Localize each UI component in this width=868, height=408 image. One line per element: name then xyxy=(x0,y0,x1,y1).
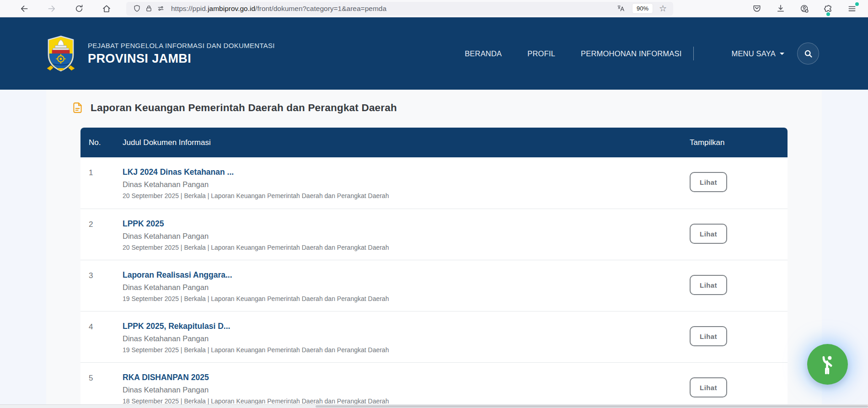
nav-item-menu-saya[interactable]: MENU SAYA xyxy=(731,49,784,58)
page-title-row: Laporan Keuangan Pemerintah Daerah dan P… xyxy=(71,90,822,114)
pocket-button[interactable] xyxy=(749,2,765,16)
search-icon xyxy=(804,49,813,59)
document-meta: 18 September 2025 | Berkala | Laporan Ke… xyxy=(123,397,681,405)
permissions-icon[interactable] xyxy=(155,3,166,15)
document-meta: 20 September 2025 | Berkala | Laporan Ke… xyxy=(123,244,681,251)
row-number: 5 xyxy=(80,363,123,408)
home-icon xyxy=(102,4,111,13)
jambi-province-logo[interactable] xyxy=(47,36,75,71)
document-agency: Dinas Ketahanan Pangan xyxy=(123,334,681,343)
main-navigation: BERANDA PROFIL PERMOHONAN INFORMASI MENU… xyxy=(465,43,819,64)
document-meta: 19 September 2025 | Berkala | Laporan Ke… xyxy=(123,295,681,302)
documents-table: No. Judul Dokumen Informasi Tampilkan 1 … xyxy=(80,128,788,408)
table-row: 4 LPPK 2025, Rekapitulasi D... Dinas Ket… xyxy=(80,311,788,362)
lihat-button[interactable]: Lihat xyxy=(690,224,727,244)
table-row: 2 LPPK 2025 Dinas Ketahanan Pangan 20 Se… xyxy=(80,209,788,260)
reload-icon xyxy=(75,4,84,13)
nav-item-profil[interactable]: PROFIL xyxy=(527,49,555,58)
document-meta: 20 September 2025 | Berkala | Laporan Ke… xyxy=(123,192,681,199)
document-agency: Dinas Ketahanan Pangan xyxy=(123,386,681,394)
table-header: No. Judul Dokumen Informasi Tampilkan xyxy=(80,128,788,157)
forward-button[interactable] xyxy=(44,2,59,16)
page-title: Laporan Keuangan Pemerintah Daerah dan P… xyxy=(91,102,397,114)
search-button[interactable] xyxy=(797,43,819,64)
downloads-button[interactable] xyxy=(773,2,788,16)
accessibility-person-icon xyxy=(817,354,838,376)
download-icon xyxy=(776,4,785,13)
shield-icon[interactable] xyxy=(131,3,143,15)
browser-toolbar: https://ppid.jambiprov.go.id/front/dokum… xyxy=(0,0,868,17)
document-agency: Dinas Ketahanan Pangan xyxy=(123,232,681,241)
lihat-button[interactable]: Lihat xyxy=(690,275,727,295)
table-row: 3 Laporan Realisasi Anggara... Dinas Ket… xyxy=(80,260,788,311)
nav-item-beranda[interactable]: BERANDA xyxy=(465,49,502,58)
document-meta: 19 September 2025 | Berkala | Laporan Ke… xyxy=(123,346,681,354)
extensions-button[interactable] xyxy=(820,2,836,16)
pocket-icon xyxy=(752,4,761,13)
address-bar[interactable]: https://ppid.jambiprov.go.id/front/dokum… xyxy=(126,2,673,16)
row-number: 2 xyxy=(80,209,123,260)
site-brand: PEJABAT PENGELOLA INFORMASI DAN DOKUMENT… xyxy=(88,42,275,66)
document-title-link[interactable]: LPPK 2025 xyxy=(123,219,681,229)
extensions-puzzle-icon xyxy=(824,4,833,13)
document-title-link[interactable]: Laporan Realisasi Anggara... xyxy=(123,270,681,280)
document-agency: Dinas Ketahanan Pangan xyxy=(123,180,681,189)
lihat-button[interactable]: Lihat xyxy=(690,172,727,192)
row-number: 4 xyxy=(80,311,123,362)
url-path: /front/dokumen?category=1&area=pemda xyxy=(255,5,386,12)
header-judul: Judul Dokumen Informasi xyxy=(123,138,681,147)
header-tampilkan: Tampilkan xyxy=(681,138,788,147)
account-button[interactable] xyxy=(797,2,812,16)
app-menu-button[interactable] xyxy=(844,2,860,16)
bookmark-star-icon[interactable]: ☆ xyxy=(657,4,669,13)
menu-saya-label: MENU SAYA xyxy=(731,49,776,58)
site-title: PROVINSI JAMBI xyxy=(88,52,275,66)
extension-notification-dot xyxy=(826,12,830,16)
nav-item-permohonan-informasi[interactable]: PERMOHONAN INFORMASI xyxy=(581,49,681,58)
menu-notification-dot xyxy=(855,2,859,6)
toolbar-right-icons xyxy=(749,2,860,16)
document-title-link[interactable]: RKA DISHANPAN 2025 xyxy=(123,373,681,382)
reload-button[interactable] xyxy=(71,2,87,16)
url-prefix: https://ppid. xyxy=(171,5,208,12)
url-text[interactable]: https://ppid.jambiprov.go.id/front/dokum… xyxy=(171,5,615,13)
scrollbar-thumb[interactable] xyxy=(316,405,868,408)
lihat-button[interactable]: Lihat xyxy=(690,326,727,346)
header-no: No. xyxy=(80,138,123,147)
nav-divider xyxy=(693,47,694,60)
accessibility-widget-button[interactable] xyxy=(807,344,848,385)
account-icon xyxy=(800,4,809,13)
document-title-link[interactable]: LPPK 2025, Rekapitulasi D... xyxy=(123,322,681,331)
table-row: 1 LKJ 2024 Dinas Ketahanan ... Dinas Ket… xyxy=(80,157,788,209)
home-button[interactable] xyxy=(99,2,114,16)
zoom-level-badge[interactable]: 90% xyxy=(632,4,653,13)
lihat-button[interactable]: Lihat xyxy=(690,377,727,397)
back-button[interactable] xyxy=(16,2,32,16)
site-pretitle: PEJABAT PENGELOLA INFORMASI DAN DOKUMENT… xyxy=(88,42,275,49)
site-header: PEJABAT PENGELOLA INFORMASI DAN DOKUMENT… xyxy=(0,17,868,90)
back-arrow-icon xyxy=(20,4,29,13)
translate-icon[interactable] xyxy=(615,3,627,15)
chevron-down-icon xyxy=(780,53,784,57)
document-agency: Dinas Ketahanan Pangan xyxy=(123,283,681,292)
forward-arrow-icon xyxy=(47,4,56,13)
table-row: 5 RKA DISHANPAN 2025 Dinas Ketahanan Pan… xyxy=(80,362,788,408)
row-number: 1 xyxy=(80,157,123,209)
lock-icon[interactable] xyxy=(143,3,155,15)
row-number: 3 xyxy=(80,260,123,311)
url-domain: jambiprov.go.id xyxy=(208,5,255,12)
horizontal-scrollbar[interactable] xyxy=(0,404,868,408)
document-title-link[interactable]: LKJ 2024 Dinas Ketahanan ... xyxy=(123,167,681,177)
page-body: Laporan Keuangan Pemerintah Daerah dan P… xyxy=(0,90,868,408)
document-icon xyxy=(71,102,84,114)
